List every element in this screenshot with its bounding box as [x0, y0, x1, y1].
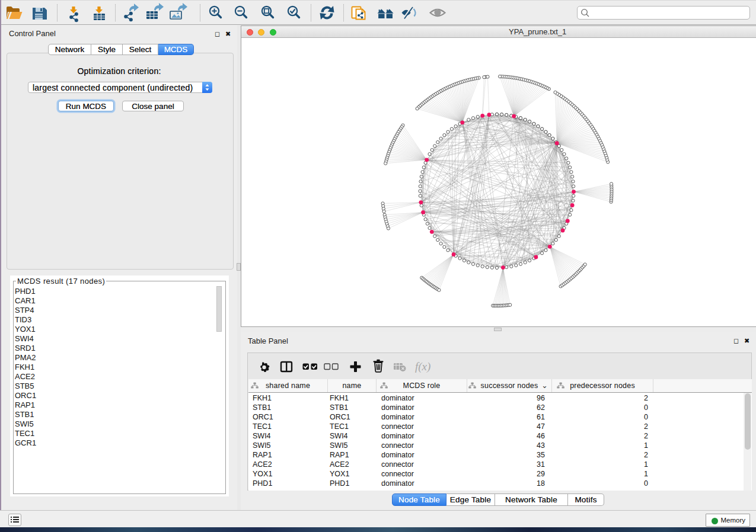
svg-text:f(x): f(x): [415, 360, 430, 373]
